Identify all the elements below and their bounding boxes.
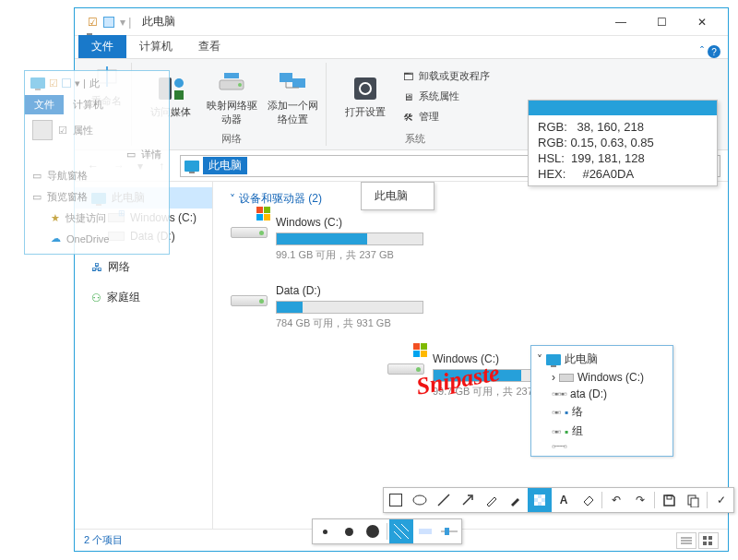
addr-icon <box>184 161 199 172</box>
sidebar-item-network[interactable]: 🖧 网络 <box>75 256 212 278</box>
uninstall-programs-button[interactable]: 🗔卸载或更改程序 <box>400 68 490 85</box>
svg-rect-38 <box>534 502 538 506</box>
window-title: 此电脑 <box>142 14 175 30</box>
svg-rect-48 <box>419 529 432 534</box>
chevron-down-icon: ˅ <box>230 193 235 206</box>
chevron-down-icon[interactable]: ˅ <box>537 353 542 366</box>
address-tooltip: 此电脑 <box>361 182 434 210</box>
sidebar-item-homegroup[interactable]: ⚇ 家庭组 <box>75 287 212 308</box>
svg-rect-18 <box>413 343 420 350</box>
usage-bar <box>276 301 423 314</box>
system-properties-button[interactable]: 🖥系统属性 <box>400 89 490 105</box>
brush-options-toolbar <box>312 518 462 544</box>
drive-item[interactable]: Data (D:) 784 GB 可用，共 931 GB <box>230 284 460 330</box>
add-network-location-button[interactable]: 添加一个网络位置 <box>267 63 318 130</box>
svg-rect-14 <box>256 207 263 213</box>
sysprops-icon: 🖥 <box>400 89 415 104</box>
tool-line[interactable] <box>432 488 456 512</box>
group-sys-label: 系统 <box>405 132 425 146</box>
svg-rect-34 <box>542 494 545 498</box>
mini-tree-overlay[interactable]: ˅ 此电脑 › Windows (C:) ▫▪▫▪▫ ata (D:) ▫▪▫ … <box>530 345 673 457</box>
drive-icon <box>231 295 268 306</box>
tool-text[interactable]: A <box>552 488 576 512</box>
manage-icon: 🛠 <box>400 110 415 125</box>
svg-point-29 <box>413 495 426 505</box>
svg-rect-32 <box>534 494 538 498</box>
dropdown-icon[interactable] <box>103 17 114 28</box>
redo-button[interactable]: ↷ <box>628 488 652 512</box>
svg-point-6 <box>238 83 242 87</box>
tool-eraser[interactable] <box>576 488 600 512</box>
tool-pencil[interactable] <box>480 488 504 512</box>
view-details-button[interactable] <box>676 532 696 549</box>
style-slider[interactable] <box>437 519 461 543</box>
maximize-button[interactable]: ☐ <box>643 9 680 35</box>
tab-computer[interactable]: 计算机 <box>126 35 185 58</box>
ghost-tab-computer: 计算机 <box>64 95 113 114</box>
map-network-drive-button[interactable]: 映射网络驱动器 <box>206 63 257 130</box>
minimize-button[interactable]: — <box>602 9 639 35</box>
save-button[interactable] <box>657 488 681 512</box>
quick-access-icon[interactable]: ☑ <box>88 16 98 29</box>
svg-rect-27 <box>703 542 707 545</box>
address-box[interactable]: 此电脑 ▾ 此电脑 <box>180 155 582 177</box>
homegroup-icon: ⚇ <box>91 292 101 304</box>
tool-marker[interactable] <box>504 488 528 512</box>
svg-rect-12 <box>354 77 376 100</box>
svg-rect-19 <box>421 343 427 350</box>
titlebar: ☑ ▾ | 此电脑 — ☐ ✕ <box>75 8 728 36</box>
open-settings-button[interactable]: 打开设置 <box>339 63 391 130</box>
svg-rect-8 <box>280 73 292 82</box>
drive-item[interactable]: Windows (C:) 99.1 GB 可用，共 237 GB <box>230 216 460 262</box>
pc-icon <box>546 354 561 365</box>
svg-rect-7 <box>224 73 239 78</box>
svg-rect-20 <box>413 351 420 357</box>
copy-button[interactable] <box>681 488 705 512</box>
svg-rect-25 <box>703 536 707 540</box>
help-icon[interactable]: ? <box>708 45 720 58</box>
svg-line-31 <box>463 496 471 505</box>
svg-rect-28 <box>708 542 712 545</box>
drive-icon <box>559 374 574 382</box>
color-info-overlay: RGB: 38, 160, 218 RGB: 0.15, 0.63, 0.85 … <box>528 100 718 186</box>
close-button[interactable]: ✕ <box>684 9 720 35</box>
section-header[interactable]: ˅ 设备和驱动器 (2) <box>230 191 711 207</box>
tool-mosaic[interactable] <box>528 488 552 512</box>
color-rgb-float: RGB: 0.15, 0.63, 0.85 <box>538 135 708 150</box>
status-text: 2 个项目 <box>84 533 123 547</box>
group-net-label: 网络 <box>221 132 242 146</box>
ribbon-collapse-icon[interactable]: ˆ <box>700 45 704 58</box>
color-hex: HEX: #26A0DA <box>538 166 708 182</box>
tool-rectangle[interactable] <box>384 488 408 512</box>
confirm-button[interactable]: ✓ <box>709 488 733 512</box>
size-large[interactable] <box>361 519 385 543</box>
style-mosaic[interactable] <box>389 519 413 543</box>
network-icon: 🖧 <box>91 261 102 274</box>
svg-rect-50 <box>445 528 449 535</box>
tab-file[interactable]: 文件 <box>78 35 126 58</box>
tool-arrow[interactable] <box>456 488 480 512</box>
color-rgb-int: RGB: 38, 160, 218 <box>538 119 708 135</box>
pc-icon <box>30 77 45 89</box>
svg-rect-21 <box>421 351 427 357</box>
tab-view[interactable]: 查看 <box>185 35 233 58</box>
address-segment[interactable]: 此电脑 <box>203 157 247 174</box>
sep-icon: ▾ | <box>120 16 131 29</box>
svg-rect-33 <box>538 494 542 498</box>
manage-button[interactable]: 🛠管理 <box>400 109 490 125</box>
size-small[interactable] <box>313 519 337 543</box>
undo-button[interactable]: ↶ <box>604 488 628 512</box>
svg-rect-43 <box>691 498 698 507</box>
svg-rect-15 <box>264 207 270 213</box>
size-medium[interactable] <box>337 519 361 543</box>
svg-rect-39 <box>538 502 542 506</box>
add-netloc-icon <box>278 67 307 97</box>
drive-icon <box>231 227 268 238</box>
tool-ellipse[interactable] <box>408 488 432 512</box>
svg-rect-35 <box>534 498 538 502</box>
chevron-right-icon[interactable]: › <box>552 371 555 384</box>
annotation-toolbar: A ↶ ↷ ✓ <box>383 487 734 513</box>
color-hsl: HSL: 199, 181, 128 <box>538 150 708 166</box>
view-icons-button[interactable] <box>698 532 719 549</box>
style-blur[interactable] <box>413 519 437 543</box>
